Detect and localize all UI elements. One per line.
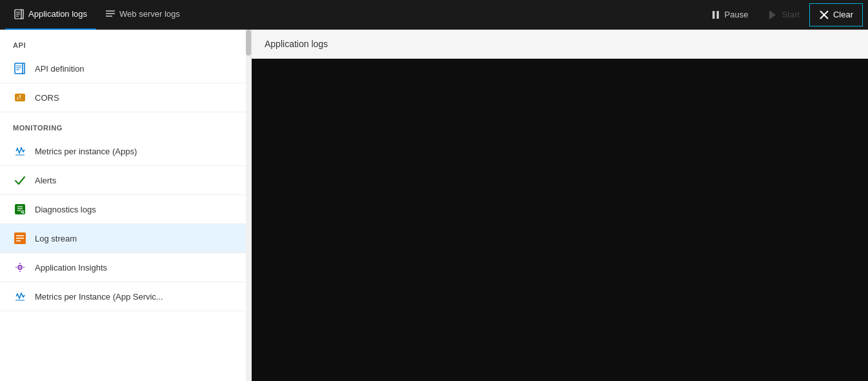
log-stream-label: Log stream <box>35 234 77 243</box>
api-definition-label: API definition <box>35 64 85 74</box>
sidebar-item-cors[interactable]: ! CORS <box>0 83 251 112</box>
cors-label: CORS <box>35 93 59 103</box>
clear-label: Clear <box>833 10 853 19</box>
scrollbar-track[interactable] <box>246 30 251 381</box>
content-header: Application logs <box>252 30 868 59</box>
sidebar-item-metrics-appservice[interactable]: Metrics per Instance (App Servic... <box>0 282 251 311</box>
pause-button[interactable]: Pause <box>701 3 758 26</box>
api-def-icon <box>13 61 27 76</box>
pause-label: Pause <box>725 10 749 19</box>
tab-web-server-logs-label: Web server logs <box>119 9 180 19</box>
svg-point-33 <box>19 267 21 268</box>
metrics-apps-label: Metrics per instance (Apps) <box>35 147 137 156</box>
svg-point-21 <box>17 148 18 149</box>
tab-application-logs-label: Application logs <box>28 9 87 19</box>
toolbar: Application logs Web server logs Pause S… <box>0 0 868 30</box>
section-header-api: API <box>0 30 251 54</box>
sidebar-item-log-stream[interactable]: Log stream <box>0 224 251 253</box>
start-button[interactable]: Start <box>758 3 809 26</box>
tab-application-logs[interactable]: Application logs <box>5 0 96 30</box>
x-icon <box>819 10 829 20</box>
diagnostics-icon <box>13 202 27 216</box>
sidebar-item-api-definition[interactable]: API definition <box>0 54 251 83</box>
content-area: Application logs <box>252 30 868 381</box>
pause-icon <box>711 10 721 20</box>
svg-rect-8 <box>716 11 719 19</box>
log-stream-icon <box>13 231 27 245</box>
play-icon <box>767 10 778 20</box>
tab-web-server-logs[interactable]: Web server logs <box>96 0 189 30</box>
svg-point-22 <box>21 147 22 149</box>
cors-icon: ! <box>13 90 27 105</box>
metrics-icon <box>13 144 27 158</box>
list-icon <box>105 9 116 19</box>
section-header-monitoring: MONITORING <box>0 112 251 137</box>
insights-icon <box>13 260 27 274</box>
sidebar-item-application-insights[interactable]: Application Insights <box>0 253 251 282</box>
main-layout: API API definition ! <box>0 30 868 381</box>
sidebar-item-alerts[interactable]: Alerts <box>0 166 251 195</box>
application-insights-label: Application Insights <box>35 263 107 273</box>
sidebar-item-diagnostics-logs[interactable]: Diagnostics logs <box>0 195 251 224</box>
scrollbar-thumb[interactable] <box>246 30 251 56</box>
start-label: Start <box>782 10 799 19</box>
clear-button[interactable]: Clear <box>809 3 863 26</box>
sidebar-item-metrics-apps[interactable]: Metrics per instance (Apps) <box>0 137 251 166</box>
svg-text:!: ! <box>17 96 19 101</box>
book-icon <box>14 9 25 19</box>
alerts-icon <box>13 173 27 187</box>
metrics-appservice-label: Metrics per Instance (App Servic... <box>35 292 163 302</box>
alerts-label: Alerts <box>35 176 56 185</box>
svg-marker-9 <box>769 10 776 19</box>
log-output[interactable] <box>252 59 868 381</box>
diagnostics-logs-label: Diagnostics logs <box>35 205 96 214</box>
svg-rect-7 <box>712 11 715 19</box>
metrics2-icon <box>13 289 27 304</box>
svg-point-19 <box>19 98 21 99</box>
sidebar: API API definition ! <box>0 30 252 381</box>
svg-rect-12 <box>15 63 23 74</box>
